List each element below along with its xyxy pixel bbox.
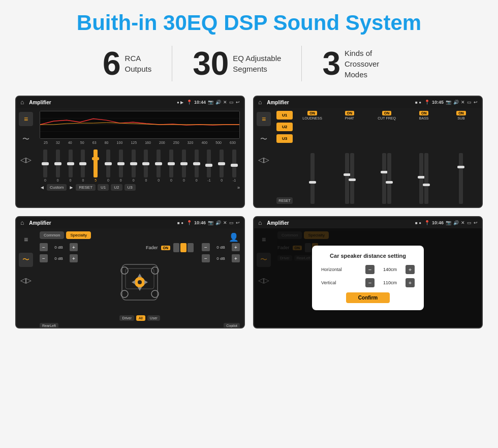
back-icon-2[interactable]: ↩: [474, 100, 478, 105]
rl-plus[interactable]: +: [70, 254, 78, 262]
tab-common[interactable]: Common: [40, 231, 64, 239]
status-icons-1: 📍 10:44 📷 🔊 ✕ ▭ ↩: [186, 100, 240, 105]
slider-12[interactable]: 0: [195, 150, 199, 182]
fr-plus[interactable]: +: [232, 243, 240, 251]
u1-btn[interactable]: U1: [98, 184, 109, 191]
slider-6[interactable]: 0: [119, 150, 123, 182]
next-btn[interactable]: ►: [69, 185, 74, 190]
slider-9[interactable]: 0: [157, 150, 161, 182]
wave-icon-2[interactable]: 〜: [257, 132, 271, 146]
ch-on-cutfreq: ON: [382, 111, 392, 115]
volume-icon-3: 🔊: [215, 220, 221, 225]
eq-main: 253240506380100125160200250320400500630 …: [36, 108, 244, 207]
home-icon-3[interactable]: ⌂: [20, 219, 24, 226]
prev-btn[interactable]: ◄: [40, 185, 45, 190]
wave-icon[interactable]: 〜: [19, 132, 33, 146]
horizontal-minus-btn[interactable]: −: [365, 265, 375, 274]
slider-13[interactable]: -1: [207, 150, 211, 182]
tab-specialty[interactable]: Specialty: [66, 231, 90, 239]
rr-minus[interactable]: −: [202, 254, 210, 262]
back-icon-4[interactable]: ↩: [474, 220, 478, 225]
ch-slider-cutfreq[interactable]: [382, 121, 391, 204]
reset-btn-crossover[interactable]: RESET: [276, 197, 293, 204]
home-icon-1[interactable]: ⌂: [20, 99, 24, 106]
ch-on-phat: ON: [345, 111, 355, 115]
btn-rearleft[interactable]: RearLeft: [40, 323, 58, 328]
preset-u3[interactable]: U3: [276, 134, 293, 143]
vertical-value: 110cm: [379, 280, 401, 285]
confirm-button[interactable]: Confirm: [346, 292, 390, 303]
fl-minus[interactable]: −: [40, 243, 48, 251]
fr-minus[interactable]: −: [202, 243, 210, 251]
preset-u2[interactable]: U2: [276, 123, 293, 131]
eq-icon-2[interactable]: ≡: [257, 112, 271, 126]
vertical-plus-btn[interactable]: +: [406, 278, 415, 287]
vertical-minus-btn[interactable]: −: [365, 278, 375, 287]
btn-copilot[interactable]: Copilot: [224, 323, 240, 328]
eq-icon[interactable]: ≡: [19, 112, 33, 126]
slider-0[interactable]: 0: [43, 150, 47, 182]
vol-icon-2[interactable]: ◁▷: [257, 153, 271, 167]
back-icon-1[interactable]: ↩: [236, 100, 240, 105]
btn-user[interactable]: User: [147, 315, 160, 321]
slider-10[interactable]: 0: [169, 150, 173, 182]
rl-minus[interactable]: −: [40, 254, 48, 262]
slider-7[interactable]: 0: [132, 150, 136, 182]
vol-icon-3[interactable]: ◁▷: [19, 273, 33, 287]
home-icon-4[interactable]: ⌂: [258, 219, 262, 226]
custom-btn[interactable]: Custom: [47, 184, 67, 191]
eq-icon-3[interactable]: ≡: [19, 232, 33, 247]
vol-icon[interactable]: ◁▷: [19, 153, 33, 167]
rect-icon-3: ▭: [229, 220, 234, 225]
x-icon-1: ✕: [223, 100, 227, 105]
ch-slider-sub[interactable]: [459, 121, 463, 204]
back-icon-3[interactable]: ↩: [236, 220, 240, 225]
u3-btn[interactable]: U3: [124, 184, 136, 191]
slider-1[interactable]: 0: [56, 150, 60, 182]
spk-row-fl: − 0 dB +: [40, 243, 78, 251]
bottom-labels-fader: Driver All User: [119, 315, 160, 321]
fl-plus[interactable]: +: [70, 243, 78, 251]
reset-btn[interactable]: RESET: [76, 184, 96, 191]
screen-body-dialog: ≡ 〜 ◁▷ Common Specialty Fader ON: [254, 228, 482, 327]
ch-slider-loudness[interactable]: [310, 121, 315, 204]
slider-14[interactable]: 0: [220, 150, 224, 182]
ch-slider-bass[interactable]: [419, 121, 428, 204]
slider-11[interactable]: 0: [182, 150, 186, 182]
volume-icon-2: 🔊: [453, 100, 459, 105]
preset-u1[interactable]: U1: [276, 111, 293, 120]
horizontal-plus-btn[interactable]: +: [406, 265, 415, 274]
x-icon-2: ✕: [461, 100, 465, 105]
slider-5[interactable]: 0: [106, 150, 110, 182]
rr-plus[interactable]: +: [232, 254, 240, 262]
side-icons-fader: ≡ 〜 ◁▷: [16, 228, 36, 327]
spk-row-rl: − 0 dB +: [40, 254, 78, 262]
ch-on-loudness: ON: [307, 111, 317, 115]
svg-marker-15: [144, 280, 148, 284]
slider-8[interactable]: 0: [144, 150, 148, 182]
dot-icon-3: ■ ●: [177, 221, 183, 225]
crossover-main: U1 U2 U3 RESET ON LOUDNESS: [273, 108, 482, 207]
time-1: 10:44: [194, 100, 206, 105]
x-icon-3: ✕: [223, 220, 227, 225]
fader-main: Common Specialty − 0 dB + − 0 dB: [36, 228, 244, 327]
btn-driver[interactable]: Driver: [119, 315, 134, 321]
ch-on-sub: ON: [456, 111, 466, 115]
status-bar-4: ⌂ Amplifier ■ ● 📍 10:46 📷 🔊 ✕ ▭ ↩: [254, 217, 482, 228]
slider-3[interactable]: 0: [81, 150, 85, 182]
rect-icon-4: ▭: [467, 220, 472, 225]
slider-4[interactable]: 5: [94, 150, 98, 182]
wave-icon-3[interactable]: 〜: [19, 253, 33, 267]
btn-all[interactable]: All: [136, 315, 145, 321]
location-icon-2: 📍: [424, 100, 430, 105]
app-name-4: Amplifier: [267, 220, 412, 226]
home-icon-2[interactable]: ⌂: [258, 99, 262, 106]
side-icons-eq: ≡ 〜 ◁▷: [16, 108, 36, 207]
slider-15[interactable]: -1: [232, 150, 236, 182]
location-icon-4: 📍: [424, 220, 430, 225]
stat-eq-number: 30: [193, 47, 229, 80]
ch-slider-phat[interactable]: [345, 121, 354, 204]
ch-cutfreq: ON CUT FREQ: [369, 111, 404, 204]
slider-2[interactable]: 0: [69, 150, 73, 182]
u2-btn[interactable]: U2: [111, 184, 122, 191]
